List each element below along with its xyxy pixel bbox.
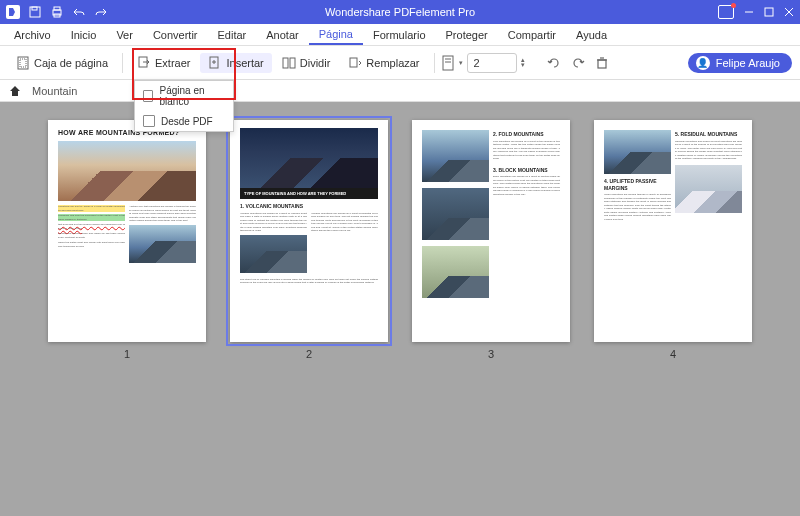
thumb-1[interactable]: HOW ARE MOUNTAINS FORMED? Mountains are … bbox=[48, 120, 206, 342]
from-pdf-icon bbox=[143, 115, 155, 127]
menu-pagina[interactable]: Página bbox=[309, 24, 363, 45]
thumb-4-h2a: 4. UPLIFTED PASSIVE MARGINS bbox=[604, 178, 671, 191]
menu-compartir[interactable]: Compartir bbox=[498, 24, 566, 45]
pagebox-button[interactable]: Caja de página bbox=[8, 53, 116, 73]
separator bbox=[434, 53, 435, 73]
thumb-1-label: 1 bbox=[124, 348, 130, 360]
thumb-3-img3 bbox=[422, 246, 489, 298]
svg-rect-17 bbox=[290, 58, 295, 68]
menu-inicio[interactable]: Inicio bbox=[61, 24, 107, 45]
app-logo-icon bbox=[6, 5, 20, 19]
page-selector: ▾ 2 ▴▾ bbox=[441, 53, 525, 73]
thumb-2[interactable]: TYPE OF MOUNTAINS AND HOW ARE THEY FORME… bbox=[230, 120, 388, 342]
svg-rect-11 bbox=[20, 59, 26, 67]
replace-button[interactable]: Remplazar bbox=[340, 53, 427, 73]
page-icon bbox=[441, 55, 455, 71]
quick-access-toolbar bbox=[6, 5, 108, 19]
thumb-2-wrap: TYPE OF MOUNTAINS AND HOW ARE THEY FORME… bbox=[230, 120, 388, 360]
menubar: Archivo Inicio Ver Convertir Editar Anot… bbox=[0, 24, 800, 46]
workspace: HOW ARE MOUNTAINS FORMED? Mountains are … bbox=[0, 102, 800, 516]
save-icon[interactable] bbox=[28, 5, 42, 19]
redo-icon[interactable] bbox=[94, 5, 108, 19]
delete-button[interactable] bbox=[591, 52, 613, 74]
insert-icon bbox=[208, 56, 222, 70]
user-name: Felipe Araujo bbox=[716, 57, 780, 69]
insert-button[interactable]: Insertar bbox=[200, 53, 271, 73]
extract-button[interactable]: Extraer bbox=[129, 53, 198, 73]
user-pill[interactable]: 👤 Felipe Araujo bbox=[688, 53, 792, 73]
menu-convertir[interactable]: Convertir bbox=[143, 24, 208, 45]
thumb-2-img2 bbox=[240, 235, 307, 273]
doc-tab[interactable]: Mountain bbox=[32, 85, 77, 97]
insert-dropdown: Página en blanco Desde PDF bbox=[134, 80, 234, 132]
menu-ver[interactable]: Ver bbox=[106, 24, 143, 45]
pagebox-label: Caja de página bbox=[34, 57, 108, 69]
thumb-3-h2b: 3. BLOCK MOUNTAINS bbox=[493, 167, 560, 174]
thumb-3-img2 bbox=[422, 188, 489, 240]
thumb-2-h2: 1. VOLCANIC MOUNTAINS bbox=[240, 203, 378, 210]
home-icon[interactable] bbox=[8, 84, 22, 98]
thumb-3-h2a: 2. FOLD MOUNTAINS bbox=[493, 131, 560, 138]
split-label: Dividir bbox=[300, 57, 331, 69]
menu-proteger[interactable]: Proteger bbox=[436, 24, 498, 45]
menu-anotar[interactable]: Anotar bbox=[256, 24, 308, 45]
extract-label: Extraer bbox=[155, 57, 190, 69]
menu-editar[interactable]: Editar bbox=[208, 24, 257, 45]
menu-formulario[interactable]: Formulario bbox=[363, 24, 436, 45]
thumb-4-label: 4 bbox=[670, 348, 676, 360]
thumb-4-img1 bbox=[604, 130, 671, 174]
insert-blank-item[interactable]: Página en blanco bbox=[135, 81, 233, 111]
insert-frompdf-item[interactable]: Desde PDF bbox=[135, 111, 233, 131]
thumb-1-wrap: HOW ARE MOUNTAINS FORMED? Mountains are … bbox=[48, 120, 206, 360]
menu-ayuda[interactable]: Ayuda bbox=[566, 24, 617, 45]
thumb-2-caption: TYPE OF MOUNTAINS AND HOW ARE THEY FORME… bbox=[240, 188, 378, 199]
page-number-field[interactable]: 2 bbox=[467, 53, 517, 73]
thumb-3-img1 bbox=[422, 130, 489, 182]
svg-rect-16 bbox=[283, 58, 288, 68]
close-icon[interactable] bbox=[784, 7, 794, 17]
thumb-2-hero bbox=[240, 128, 378, 188]
thumb-3[interactable]: 2. FOLD MOUNTAINS Fold mountains are for… bbox=[412, 120, 570, 342]
window-controls bbox=[718, 5, 794, 19]
thumb-2-label: 2 bbox=[306, 348, 312, 360]
menu-archivo[interactable]: Archivo bbox=[4, 24, 61, 45]
svg-rect-7 bbox=[765, 8, 773, 16]
thumb-3-wrap: 2. FOLD MOUNTAINS Fold mountains are for… bbox=[412, 120, 570, 360]
svg-rect-19 bbox=[443, 56, 453, 70]
notification-icon[interactable] bbox=[718, 5, 734, 19]
split-icon bbox=[282, 56, 296, 70]
tabbar: Mountain bbox=[0, 80, 800, 102]
maximize-icon[interactable] bbox=[764, 7, 774, 17]
insert-frompdf-label: Desde PDF bbox=[161, 116, 213, 127]
thumb-4[interactable]: 4. UPLIFTED PASSIVE MARGINS When mountai… bbox=[594, 120, 752, 342]
print-icon[interactable] bbox=[50, 5, 64, 19]
rotate-cw-button[interactable] bbox=[567, 52, 589, 74]
split-button[interactable]: Dividir bbox=[274, 53, 339, 73]
blank-page-icon bbox=[143, 90, 153, 102]
thumb-3-label: 3 bbox=[488, 348, 494, 360]
page-spin-icon[interactable]: ▴▾ bbox=[521, 58, 525, 68]
avatar-icon: 👤 bbox=[696, 56, 710, 70]
replace-icon bbox=[348, 56, 362, 70]
titlebar: Wondershare PDFelement Pro bbox=[0, 0, 800, 24]
thumb-1-img2 bbox=[129, 225, 196, 263]
extract-icon bbox=[137, 56, 151, 70]
svg-rect-18 bbox=[350, 58, 357, 67]
replace-label: Remplazar bbox=[366, 57, 419, 69]
svg-rect-2 bbox=[32, 7, 37, 10]
undo-icon[interactable] bbox=[72, 5, 86, 19]
thumb-4-h2b: 5. RESIDUAL MOUNTAINS bbox=[675, 131, 742, 138]
insert-label: Insertar bbox=[226, 57, 263, 69]
thumb-4-wrap: 4. UPLIFTED PASSIVE MARGINS When mountai… bbox=[594, 120, 752, 360]
svg-rect-4 bbox=[54, 7, 60, 10]
insert-blank-label: Página en blanco bbox=[159, 85, 225, 107]
thumb-4-img2 bbox=[675, 165, 742, 213]
separator bbox=[122, 53, 123, 73]
svg-rect-22 bbox=[598, 60, 606, 68]
toolbar: Caja de página Extraer Insertar Dividir … bbox=[0, 46, 800, 80]
pagebox-icon bbox=[16, 56, 30, 70]
minimize-icon[interactable] bbox=[744, 7, 754, 17]
rotate-ccw-button[interactable] bbox=[543, 52, 565, 74]
thumb-1-hero bbox=[58, 141, 196, 201]
page-dropdown-icon[interactable]: ▾ bbox=[459, 59, 463, 67]
